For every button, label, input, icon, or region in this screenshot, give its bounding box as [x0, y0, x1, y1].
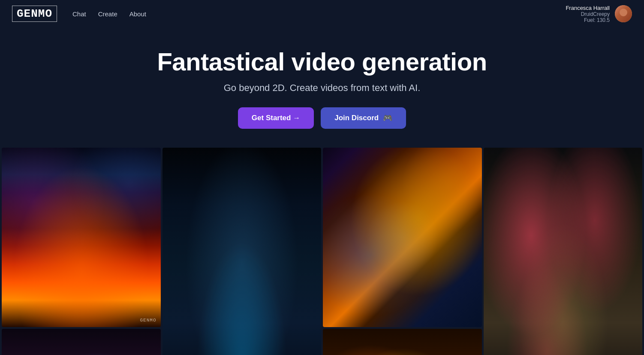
nav-create[interactable]: Create [98, 10, 117, 18]
join-discord-label: Join Discord [334, 114, 379, 122]
discord-icon: 🎮 [383, 113, 392, 123]
join-discord-button[interactable]: Join Discord 🎮 [321, 107, 406, 129]
header-left: GENMO Chat Create About [12, 6, 146, 22]
hero-section: Fantastical video generation Go beyond 2… [0, 27, 644, 144]
grid-item-eye [2, 329, 161, 355]
grid-item-flowers [484, 148, 643, 355]
cta-buttons: Get Started → Join Discord 🎮 [9, 107, 635, 129]
get-started-label: Get Started → [252, 114, 300, 122]
retro-car-image: GENMO [2, 148, 161, 327]
grid-item-retro-car: GENMO [2, 148, 161, 327]
logo-text: GENMO [17, 7, 52, 20]
header-right: Francesca Harrall DruidCreepy Fuel: 130.… [566, 5, 632, 23]
main-nav: Chat Create About [72, 10, 146, 18]
hero-subheading: Go beyond 2D. Create videos from text wi… [9, 82, 635, 94]
nav-chat[interactable]: Chat [72, 10, 86, 18]
avatar[interactable] [615, 5, 632, 22]
user-info: Francesca Harrall DruidCreepy Fuel: 130.… [566, 5, 610, 23]
grid-item-hooded-figure [163, 148, 322, 355]
user-name: Francesca Harrall [566, 5, 610, 11]
get-started-button[interactable]: Get Started → [238, 107, 314, 129]
hooded-figure-image [163, 148, 322, 355]
avatar-image [615, 5, 632, 22]
eye-image [2, 329, 161, 355]
header: GENMO Chat Create About Francesca Harral… [0, 0, 644, 27]
nav-about[interactable]: About [129, 10, 146, 18]
nebula-image [323, 148, 482, 327]
watermark: GENMO [140, 318, 156, 323]
flowers-image [484, 148, 643, 355]
roots-image [323, 329, 482, 355]
logo[interactable]: GENMO [12, 6, 57, 22]
grid-item-nebula [323, 148, 482, 327]
grid-item-roots [323, 329, 482, 355]
logo-box: GENMO [12, 6, 57, 22]
user-handle: DruidCreepy [566, 11, 610, 17]
user-fuel: Fuel: 130.5 [566, 17, 610, 23]
hero-heading: Fantastical video generation [9, 48, 635, 76]
image-grid: GENMO [0, 148, 644, 355]
